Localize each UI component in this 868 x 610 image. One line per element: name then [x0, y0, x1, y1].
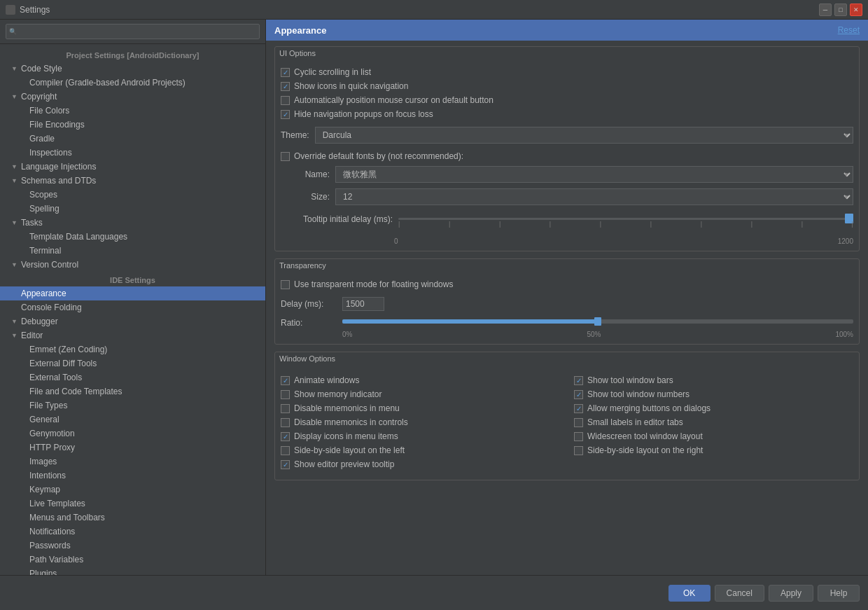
sidebar-item-genymotion[interactable]: Genymotion [0, 427, 265, 441]
theme-label: Theme: [281, 130, 309, 140]
checkbox-show-tool-window-numbers[interactable] [574, 390, 583, 399]
sidebar-item-plugins[interactable]: Plugins [0, 567, 265, 575]
window-options-title: Window Options [275, 352, 859, 365]
sidebar-item-keymap[interactable]: Keymap [0, 483, 265, 497]
option-side-by-side-right: Side-by-side layout on the right [574, 443, 853, 457]
override-fonts-row: Override default fonts by (not recommend… [281, 149, 853, 163]
sidebar-item-menus-toolbars[interactable]: Menus and Toolbars [0, 511, 265, 525]
font-size-row: Size: 12 10 11 13 14 [281, 186, 853, 208]
sidebar-tree: Project Settings [AndroidDictionary] Cod… [0, 44, 265, 575]
checkbox-small-labels-editor[interactable] [574, 418, 583, 427]
checkbox-side-by-side-left[interactable] [281, 446, 290, 455]
window-options-grid: Animate windows Show memory indicator Di… [281, 370, 853, 474]
sidebar-item-file-encodings[interactable]: File Encodings [0, 118, 265, 132]
arrow-icon [11, 163, 20, 170]
maximize-button[interactable]: □ [834, 4, 847, 16]
checkbox-allow-merging-buttons[interactable] [574, 404, 583, 413]
bottom-bar: OK Cancel Apply Help [0, 575, 868, 610]
checkbox-hide-nav-popups[interactable] [281, 110, 290, 119]
size-label: Size: [281, 192, 330, 202]
option-disable-mnemonics-controls: Disable mnemonics in controls [281, 415, 560, 429]
sidebar-item-emmet[interactable]: Emmet (Zen Coding) [0, 342, 265, 356]
panel-title: Appearance [274, 25, 326, 36]
sidebar-item-language-injections[interactable]: Language Injections [0, 160, 265, 174]
font-name-select[interactable]: 微软雅黑 [335, 166, 853, 183]
option-display-icons-menu: Display icons in menu items [281, 429, 560, 443]
checkbox-widescreen-layout[interactable] [574, 432, 583, 441]
minimize-button[interactable]: ─ [819, 4, 832, 16]
delay-input[interactable] [342, 297, 384, 311]
sidebar: Project Settings [AndroidDictionary] Cod… [0, 20, 266, 575]
sidebar-item-version-control[interactable]: Version Control [0, 258, 265, 272]
sidebar-item-intentions[interactable]: Intentions [0, 469, 265, 483]
ratio-0-label: 0% [342, 331, 352, 338]
right-panel: Appearance Reset UI Options Cyclic scrol… [266, 20, 868, 575]
sidebar-item-http-proxy[interactable]: HTTP Proxy [0, 441, 265, 455]
sidebar-item-notifications[interactable]: Notifications [0, 525, 265, 539]
sidebar-item-file-types[interactable]: File Types [0, 398, 265, 413]
sidebar-item-debugger[interactable]: Debugger [0, 314, 265, 328]
checkbox-display-icons-menu[interactable] [281, 432, 290, 441]
checkbox-override-fonts[interactable] [281, 152, 290, 161]
sidebar-item-template-data-languages[interactable]: Template Data Languages [0, 230, 265, 244]
close-button[interactable]: ✕ [850, 4, 862, 16]
checkbox-disable-mnemonics-menu[interactable] [281, 404, 290, 413]
checkbox-disable-mnemonics-controls[interactable] [281, 418, 290, 427]
sidebar-item-external-diff-tools[interactable]: External Diff Tools [0, 356, 265, 370]
sidebar-item-appearance[interactable]: Appearance [0, 286, 265, 300]
sidebar-item-tasks[interactable]: Tasks [0, 216, 265, 230]
sidebar-item-compiler[interactable]: Compiler (Gradle-based Android Projects) [0, 76, 265, 90]
apply-button[interactable]: Apply [769, 585, 813, 602]
option-widescreen-layout: Widescreen tool window layout [574, 429, 853, 443]
project-section-header: Project Settings [AndroidDictionary] [0, 47, 265, 62]
panel-content: UI Options Cyclic scrolling in list Show… [266, 41, 868, 575]
help-button[interactable]: Help [818, 585, 860, 602]
checkbox-show-editor-preview[interactable] [281, 460, 290, 469]
sidebar-item-live-templates[interactable]: Live Templates [0, 497, 265, 511]
search-input[interactable] [6, 24, 260, 39]
checkbox-cyclic-scrolling[interactable] [281, 68, 290, 77]
ratio-50-label: 50% [587, 331, 601, 338]
option-show-tool-window-numbers: Show tool window numbers [574, 387, 853, 401]
sidebar-item-terminal[interactable]: Terminal [0, 244, 265, 258]
tooltip-max-label: 1200 [838, 237, 853, 245]
sidebar-item-copyright[interactable]: Copyright [0, 90, 265, 104]
sidebar-item-passwords[interactable]: Passwords [0, 539, 265, 553]
checkbox-auto-position-mouse[interactable] [281, 96, 290, 105]
sidebar-item-code-style[interactable]: Code Style [0, 62, 265, 76]
sidebar-item-path-variables[interactable]: Path Variables [0, 553, 265, 567]
sidebar-item-console-folding[interactable]: Console Folding [0, 300, 265, 314]
font-size-select[interactable]: 12 10 11 13 14 [335, 188, 853, 205]
sidebar-item-spelling[interactable]: Spelling [0, 202, 265, 216]
checkbox-show-tool-window-bars[interactable] [574, 376, 583, 385]
option-animate-windows: Animate windows [281, 373, 560, 387]
sidebar-item-external-tools[interactable]: External Tools [0, 370, 265, 384]
option-side-by-side-left: Side-by-side layout on the left [281, 443, 560, 457]
transparency-section: Transparency Use transparent mode for fl… [274, 258, 860, 345]
sidebar-item-editor[interactable]: Editor [0, 328, 265, 342]
checkbox-show-icons-quick-nav[interactable] [281, 82, 290, 91]
checkbox-side-by-side-right[interactable] [574, 446, 583, 455]
sidebar-item-inspections[interactable]: Inspections [0, 146, 265, 160]
sidebar-item-gradle[interactable]: Gradle [0, 132, 265, 146]
delay-label: Delay (ms): [281, 299, 337, 309]
sidebar-item-file-code-templates[interactable]: File and Code Templates [0, 384, 265, 398]
content-area: Project Settings [AndroidDictionary] Cod… [0, 20, 868, 575]
checkbox-animate-windows[interactable] [281, 376, 290, 385]
ide-section-header: IDE Settings [0, 272, 265, 286]
sidebar-item-file-colors[interactable]: File Colors [0, 104, 265, 118]
arrow-icon [11, 177, 20, 184]
reset-button[interactable]: Reset [838, 25, 860, 35]
sidebar-item-scopes[interactable]: Scopes [0, 188, 265, 202]
sidebar-item-images[interactable]: Images [0, 455, 265, 469]
ui-options-section: UI Options Cyclic scrolling in list Show… [274, 46, 860, 251]
sidebar-item-general[interactable]: General [0, 413, 265, 427]
option-disable-mnemonics-menu: Disable mnemonics in menu [281, 401, 560, 415]
checkbox-use-transparent[interactable] [281, 280, 290, 289]
cancel-button[interactable]: Cancel [715, 585, 764, 602]
ok-button[interactable]: OK [668, 585, 710, 602]
theme-select[interactable]: Darcula Default IntelliJ [315, 127, 853, 144]
checkbox-show-memory-indicator[interactable] [281, 390, 290, 399]
sidebar-item-schemas-dtds[interactable]: Schemas and DTDs [0, 174, 265, 188]
transparency-title: Transparency [275, 259, 859, 272]
